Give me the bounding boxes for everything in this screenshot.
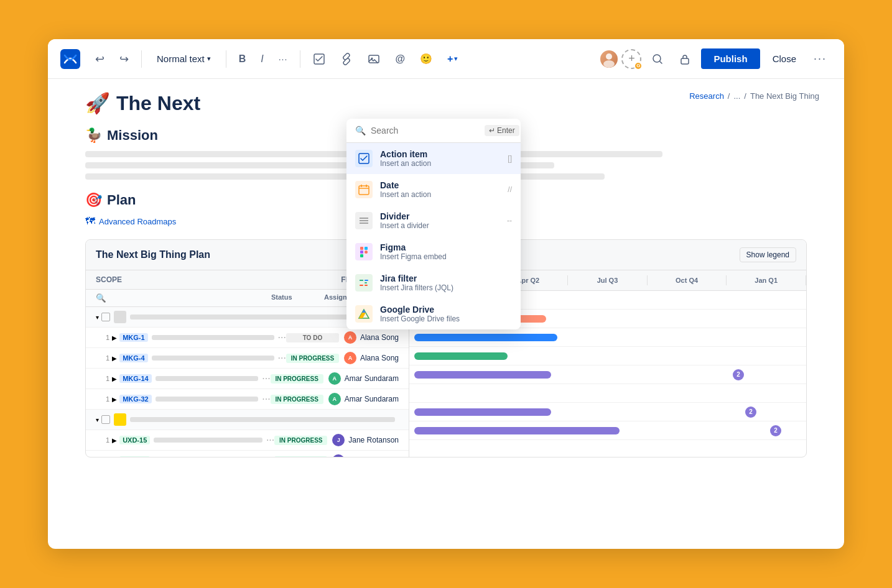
divider-text: Divider Insert a divider <box>380 211 499 230</box>
row-more-4[interactable]: ··· <box>262 393 270 405</box>
expand-icon[interactable]: ▶ <box>112 437 117 444</box>
gantt-bar-3 <box>414 352 508 360</box>
gantt-row-5: 2 <box>409 403 806 421</box>
image-button[interactable] <box>363 49 385 69</box>
row-more-2[interactable]: ··· <box>278 352 286 364</box>
row-more-3[interactable]: ··· <box>262 373 270 384</box>
table-row: ▾ <box>86 410 409 430</box>
row-title-3 <box>156 376 259 381</box>
more-formatting-button[interactable]: ··· <box>274 50 293 68</box>
svg-rect-21 <box>360 280 363 281</box>
expand-icon[interactable]: ▶ <box>112 375 117 382</box>
undo-button[interactable]: ↩ <box>90 48 109 70</box>
assignee-avatar-4: A <box>328 393 341 405</box>
insert-google-drive[interactable]: Google Drive Insert Google Drive files <box>346 298 521 329</box>
assignee-2: A Alana Song <box>344 352 399 364</box>
show-legend-button[interactable]: Show legend <box>740 247 796 262</box>
assignee-name-5: Jane Rotanson <box>348 436 399 444</box>
date-desc: Insert an action <box>380 190 500 199</box>
row-checkbox-2[interactable] <box>101 415 110 424</box>
group-icon-2 <box>114 413 126 426</box>
svg-marker-27 <box>359 313 366 318</box>
search-button[interactable] <box>646 49 669 69</box>
user-avatar <box>599 49 619 69</box>
issue-tag-mkg32: MKG-32 <box>119 395 152 403</box>
row-more-6[interactable]: ··· <box>266 455 274 457</box>
assignee-name-6: Jane Rotanson <box>348 456 399 457</box>
chevron-icon-2[interactable]: ▾ <box>96 416 99 423</box>
insert-action-item[interactable]: Action item Insert an action [] <box>346 143 521 174</box>
status-col-header: Status <box>271 293 324 303</box>
expand-icon[interactable]: ▶ <box>112 334 117 341</box>
roadmap-label-text: Advanced Roadmaps <box>99 217 176 226</box>
breadcrumb-sep2: / <box>744 91 746 101</box>
row-more-1[interactable]: ··· <box>278 332 286 343</box>
mention-button[interactable]: @ <box>390 50 410 68</box>
assignee-3: A Amar Sundaram <box>328 372 399 385</box>
expand-icon[interactable]: ▶ <box>112 355 117 362</box>
emoji-button[interactable]: 🙂 <box>415 49 437 68</box>
publish-button[interactable]: Publish <box>701 48 760 69</box>
gantt-bar-6 <box>414 427 620 434</box>
toolbar-divider-1 <box>141 50 142 68</box>
assignee-avatar-5: J <box>332 434 345 446</box>
breadcrumb-sep1: / <box>728 91 730 101</box>
divider-name: Divider <box>380 211 499 221</box>
date-name: Date <box>380 180 500 190</box>
date-icon <box>355 181 373 198</box>
divider-icon <box>355 212 373 229</box>
italic-button[interactable]: I <box>256 50 268 68</box>
jira-filter-desc: Insert Jira filters (JQL) <box>380 283 512 292</box>
svg-rect-23 <box>365 280 368 281</box>
scope-search[interactable] <box>96 293 106 303</box>
task-button[interactable] <box>308 49 330 69</box>
gantt-marker-3: 2 <box>770 425 781 436</box>
row-checkbox[interactable] <box>101 313 110 321</box>
bold-button[interactable]: B <box>234 50 251 68</box>
text-style-label: Normal text <box>157 53 205 64</box>
insert-plus-button[interactable]: + ▾ <box>442 50 463 68</box>
gantt-row-3 <box>409 347 806 365</box>
toolbar-right: G + Publish Close ··· <box>599 48 832 69</box>
plan-emoji: 🎯 <box>85 192 102 208</box>
action-item-desc: Insert an action <box>380 159 500 168</box>
insert-jira-filter[interactable]: Jira filter Insert Jira filters (JQL) <box>346 267 521 298</box>
status-badge-4: IN PROGRESS <box>271 395 323 404</box>
more-options-button[interactable]: ··· <box>809 48 832 69</box>
svg-rect-2 <box>369 55 379 63</box>
jira-filter-name: Jira filter <box>380 273 512 283</box>
main-window: ↩ ↪ Normal text ▾ B I ··· @ 🙂 + ▾ <box>48 39 844 549</box>
text-style-dropdown[interactable]: Normal text ▾ <box>149 50 218 68</box>
gantt-row-6: 2 <box>409 421 806 440</box>
search-icon: 🔍 <box>355 126 366 136</box>
insert-date[interactable]: Date Insert an action // <box>346 174 521 205</box>
close-button[interactable]: Close <box>765 50 804 68</box>
gantt-marker-2: 2 <box>745 407 756 418</box>
content-area: Research / ... / The Next Big Thing 🚀 Th… <box>48 79 844 549</box>
insert-divider[interactable]: Divider Insert a divider -- <box>346 205 521 236</box>
group-icon <box>114 311 126 323</box>
search-input[interactable] <box>371 126 480 136</box>
date-text: Date Insert an action <box>380 180 500 199</box>
assignee-name-1: Alana Song <box>360 333 399 342</box>
row-more-5[interactable]: ··· <box>266 434 274 446</box>
chevron-icon[interactable]: ▾ <box>96 314 99 321</box>
assignee-6: J Jane Rotanson <box>332 454 399 457</box>
lock-button[interactable] <box>674 49 696 69</box>
confluence-logo[interactable] <box>60 49 80 69</box>
redo-button[interactable]: ↪ <box>114 48 134 70</box>
gantt-col-jul-q3: Jul Q3 <box>568 275 648 285</box>
action-item-icon <box>355 150 373 167</box>
svg-point-19 <box>365 250 368 254</box>
gantt-marker-1: 2 <box>733 369 744 380</box>
figma-icon <box>355 243 373 260</box>
svg-rect-15 <box>360 247 363 250</box>
link-button[interactable] <box>335 49 358 69</box>
svg-rect-18 <box>360 254 363 257</box>
assignee-name-4: Amar Sundaram <box>345 395 399 403</box>
gdrive-desc: Insert Google Drive files <box>380 315 512 323</box>
insert-figma[interactable]: Figma Insert Figma embed <box>346 236 521 267</box>
action-item-text: Action item Insert an action <box>380 149 500 168</box>
expand-icon[interactable]: ▶ <box>112 396 117 403</box>
breadcrumb-research[interactable]: Research <box>689 91 724 101</box>
